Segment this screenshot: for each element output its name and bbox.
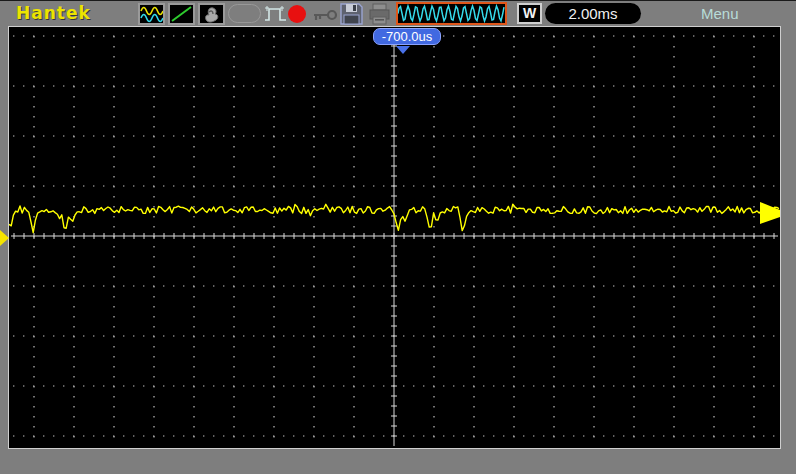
status-bar: DC 20 1.00V CH1 440mV 0.00000Hz 6-Dec-25…: [0, 449, 796, 474]
waveform-preview[interactable]: [396, 2, 507, 25]
window-mode-button[interactable]: W: [517, 3, 542, 24]
slope-line-icon: [170, 5, 193, 23]
key-lock-icon[interactable]: [312, 8, 338, 26]
ch1-ground-marker-icon[interactable]: [0, 230, 9, 246]
toolbar: Hantek: [0, 1, 796, 26]
record-icon[interactable]: [288, 5, 306, 23]
hand-button[interactable]: [198, 3, 225, 25]
trigger-level-marker-icon: [760, 202, 780, 224]
scope-display: [8, 26, 781, 449]
pulse-width-icon[interactable]: [263, 4, 288, 27]
graticule-and-trace: [9, 27, 780, 448]
timebase-readout: 2.00ms: [545, 3, 641, 24]
trigger-position-arrow-icon[interactable]: [396, 46, 410, 54]
trigger-position-tag[interactable]: -700.0us: [373, 28, 441, 45]
hand-grab-icon: [200, 5, 223, 23]
hantek-oscilloscope: Hantek: [0, 0, 796, 474]
brand-logo: Hantek: [16, 3, 116, 23]
channel-waveforms-button[interactable]: [138, 3, 165, 25]
slope-button[interactable]: [168, 3, 195, 25]
menu-button[interactable]: Menu: [701, 5, 739, 22]
empty-indicator-slot: [228, 4, 261, 23]
channel-waveforms-icon: [140, 5, 163, 23]
